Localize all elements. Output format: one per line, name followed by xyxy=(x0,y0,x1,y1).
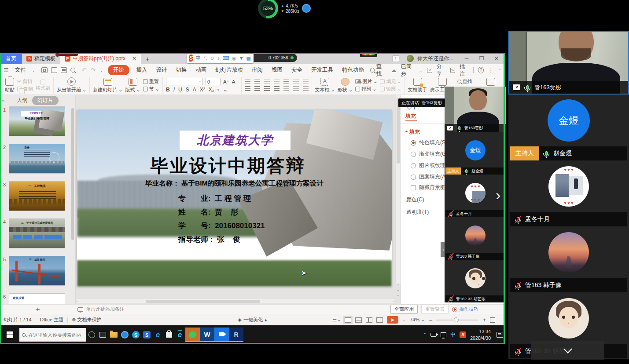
help-icon[interactable]: ? xyxy=(478,67,484,73)
task-view-button[interactable] xyxy=(97,325,108,344)
comment-icon[interactable]: ✎ xyxy=(450,68,456,73)
underline-button[interactable]: U xyxy=(178,87,182,93)
fit-slide-icon[interactable] xyxy=(490,317,495,323)
menu-item[interactable]: 审阅 xyxy=(250,66,265,75)
slide-sorter-icon[interactable] xyxy=(355,317,362,323)
maximize-button[interactable]: ❐ xyxy=(476,54,487,63)
menu-item[interactable]: 开始 xyxy=(108,65,129,75)
tab-slides[interactable]: 幻灯片 xyxy=(32,96,59,105)
slide-thumbnail[interactable]: 3 一、工程概况 xyxy=(0,181,70,211)
notes-placeholder[interactable]: 单击此处添加备注 xyxy=(86,306,125,313)
store-button[interactable] xyxy=(163,325,174,344)
color-label[interactable]: 颜色(C) xyxy=(406,196,424,204)
section-button[interactable]: 节 ⌄ xyxy=(143,86,159,92)
comment-label[interactable]: 批注 xyxy=(460,63,469,78)
mic-icon[interactable] xyxy=(447,253,454,260)
italic-button[interactable]: I xyxy=(173,87,175,93)
print-icon[interactable] xyxy=(61,67,67,73)
slide-nav-buttons[interactable]: ⌃⌄⌄ xyxy=(395,283,401,297)
participant-tile[interactable]: 孟冬十月 xyxy=(508,160,629,226)
keyboard-icon[interactable]: ⌨ xyxy=(222,55,229,61)
synced-label[interactable]: 已同步 xyxy=(401,63,415,78)
chevron-down-icon[interactable]: ⌄ xyxy=(402,318,406,322)
menu-item[interactable]: 设计 xyxy=(154,66,169,75)
add-slide-button[interactable]: + xyxy=(0,306,76,313)
scroll-right-icon[interactable]: › xyxy=(391,299,394,303)
tray-camera-icon[interactable] xyxy=(430,333,437,337)
chat-avatar[interactable] xyxy=(407,55,414,62)
redo-icon[interactable]: ↷ xyxy=(91,67,96,73)
grid-icon[interactable]: ▦ xyxy=(246,55,251,61)
mic-input-icon[interactable]: ♪ xyxy=(217,55,220,61)
thumbnail-image[interactable]: 三、成果展示 xyxy=(9,256,65,286)
tray-ime[interactable]: 中 xyxy=(450,331,456,339)
mic-icon[interactable] xyxy=(447,295,454,302)
mic-icon[interactable] xyxy=(447,210,454,217)
participant-tile[interactable]: 管162-32-胡艺浓 xyxy=(445,260,506,302)
display-options-icon[interactable]: ☰⌄ xyxy=(332,317,341,323)
slide-thumbnail[interactable]: 5 三、成果展示 xyxy=(0,256,70,286)
align-right-icon[interactable] xyxy=(264,86,270,91)
menu-file[interactable]: 文件 xyxy=(13,66,28,75)
grow-font-button[interactable]: A⁺ xyxy=(223,79,229,85)
scroll-thumb[interactable] xyxy=(397,98,400,164)
zoom-out-button[interactable]: − xyxy=(429,317,432,324)
text-direction-icon[interactable] xyxy=(303,80,309,84)
slide-thumbnail[interactable]: 1 北京建筑大学 毕业设计中期答辩 xyxy=(0,106,70,136)
scroll-left-icon[interactable]: ‹ xyxy=(77,299,80,303)
font-name-select[interactable] xyxy=(166,78,203,85)
action-center-icon[interactable] xyxy=(497,332,503,338)
school-name-box[interactable]: 北京建筑大学 xyxy=(180,131,291,150)
distribute-icon[interactable] xyxy=(283,86,289,91)
alarms-button[interactable] xyxy=(119,325,130,344)
fill-button[interactable]: 填充 ⌄ xyxy=(380,78,401,85)
participant-tile[interactable]: 管163 韩子豫 xyxy=(508,226,629,292)
slide-thumbnail[interactable]: 6 建筑设置 xyxy=(0,293,70,304)
netspeed-widget[interactable]: 53% ▲4.7K/s ▼285K/s xyxy=(258,0,311,18)
undo-icon[interactable]: ↶ xyxy=(81,67,86,73)
mini-dock-widget[interactable] xyxy=(360,52,377,57)
format-painter-button[interactable]: 格式刷 xyxy=(36,80,50,91)
superscript-button[interactable]: X² xyxy=(200,87,205,93)
save-icon[interactable] xyxy=(41,67,48,73)
menu-item[interactable]: 视图 xyxy=(270,66,284,75)
fill-section-header[interactable]: 填充 xyxy=(405,128,420,136)
skype-button[interactable]: S xyxy=(130,325,141,344)
bold-button[interactable]: B xyxy=(166,87,170,93)
minimize-button[interactable]: ─ xyxy=(461,54,472,63)
indent-icon[interactable] xyxy=(274,80,280,84)
normal-view-icon[interactable] xyxy=(345,317,351,323)
share-icon[interactable]: ↗ xyxy=(427,68,432,73)
mic-icon[interactable] xyxy=(515,215,522,223)
chat-window-title[interactable]: 你大爷还是你... xyxy=(417,55,453,62)
clear-format-icon[interactable]: ▫ xyxy=(216,87,221,93)
doc-assistant-button[interactable]: 文档助手 xyxy=(408,78,427,93)
menu-item[interactable]: 特色功能 xyxy=(340,66,366,75)
collapse-overlay[interactable] xyxy=(531,341,604,360)
highlight-button[interactable]: ⌄ xyxy=(223,87,228,93)
thumbnail-image[interactable]: 二、毕业设计完成进度情况 xyxy=(9,218,65,248)
ie-button[interactable]: e xyxy=(174,325,185,344)
presenter-video-tile[interactable]: ↗ 管163贾彤 xyxy=(445,87,506,132)
thumbnail-image[interactable]: 一、工程概况 xyxy=(9,181,65,211)
edge-button[interactable]: e xyxy=(152,325,163,344)
slide-thumbnail[interactable]: 4 二、毕业设计完成进度情况 xyxy=(0,218,70,248)
reset-background-button[interactable]: 重置背景 xyxy=(421,305,449,314)
spacing-icon[interactable] xyxy=(303,86,309,91)
reading-view-icon[interactable] xyxy=(366,317,372,323)
font-size-select[interactable] xyxy=(206,78,221,85)
scroll-thumb[interactable] xyxy=(146,300,260,303)
tab-template[interactable]: ◎ 稿定模板 xyxy=(22,53,60,64)
subscript-button[interactable]: X₂ xyxy=(209,87,214,93)
participant-tile[interactable]: 金煜 主持人 赵金煜 xyxy=(445,132,506,175)
tips-link[interactable]: 操作技巧 xyxy=(452,306,478,313)
mic-icon[interactable] xyxy=(543,149,550,157)
beautify-button[interactable]: ◈ 一键美化 ▴ xyxy=(238,317,267,323)
tray-sogou-icon[interactable]: S xyxy=(460,331,466,338)
share-label[interactable]: 分享 xyxy=(437,63,446,78)
text-box-button[interactable]: 文本框 ⌄ xyxy=(315,78,335,93)
picture-button[interactable]: 图片 ⌄ xyxy=(355,78,377,85)
theme-name[interactable]: Office 主题 xyxy=(40,317,64,323)
menu-item[interactable]: 切换 xyxy=(174,66,189,75)
strip-expand-arrow[interactable]: › xyxy=(496,186,500,204)
